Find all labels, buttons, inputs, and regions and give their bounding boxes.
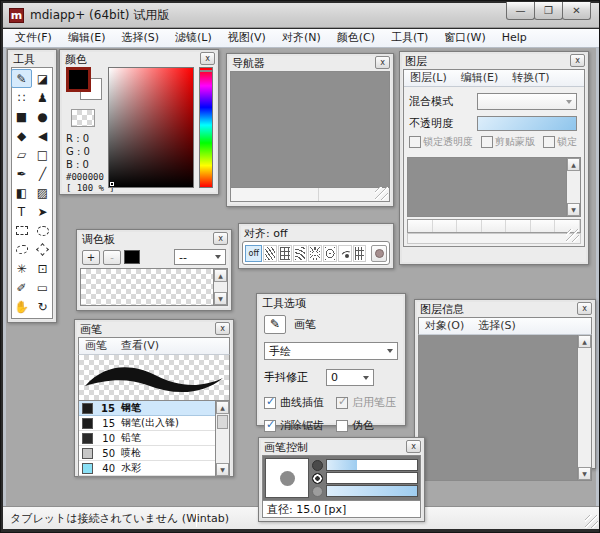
navigator-preview[interactable]	[230, 71, 390, 188]
layer-info-menu-item-2[interactable]: 选择(S)	[478, 319, 516, 333]
menubar-item-4[interactable]: 滤镜(L)	[167, 29, 220, 47]
menubar-item-2[interactable]: 编辑(E)	[60, 29, 114, 47]
text-tool[interactable]: T	[11, 202, 32, 221]
fill-ellipse-tool[interactable]: ●	[32, 107, 53, 126]
scroll-down-icon[interactable]: ▼	[214, 292, 227, 305]
layers-menu-item-3[interactable]: 转换(T)	[512, 71, 549, 85]
selection-pen-tool[interactable]: ⊡	[32, 259, 53, 278]
scroll-down-icon[interactable]: ▼	[578, 467, 591, 480]
select-rect-tool[interactable]	[11, 221, 32, 240]
slider-mode-icon[interactable]	[312, 473, 323, 484]
scroll-up-icon[interactable]: ▲	[567, 158, 580, 171]
curve-tool[interactable]: ✒	[11, 164, 32, 183]
close-button[interactable]: ✕	[562, 2, 591, 20]
layers-menu-item-2[interactable]: 编辑(E)	[461, 71, 499, 85]
menubar-item-5[interactable]: 视图(V)	[220, 29, 274, 47]
polygon-tool[interactable]: ▱	[11, 145, 32, 164]
snap-off-button[interactable]: off	[245, 245, 262, 262]
magic-wand-tool[interactable]: ✳	[11, 259, 32, 278]
brush-item-2[interactable]: 15钢笔(出入锋)	[79, 416, 229, 431]
scroll-up-icon[interactable]: ▲	[214, 269, 227, 282]
rotate-tool[interactable]: ↻	[32, 297, 53, 316]
palette-swatch-area[interactable]: ▲ ▼	[80, 268, 228, 306]
navigator-panel-title[interactable]: 导航器 x	[230, 57, 390, 71]
brush-scrollbar[interactable]: ▲ ▼	[215, 401, 229, 476]
foreground-color-swatch[interactable]	[66, 67, 91, 92]
color-panel-title[interactable]: 颜色 x	[63, 53, 215, 67]
maximize-button[interactable]: ❐	[534, 2, 563, 20]
stabilize-select[interactable]: 0	[326, 369, 374, 386]
palette-remove-button[interactable]: -	[103, 250, 121, 265]
brush-control-panel-close-icon[interactable]: x	[406, 440, 421, 453]
layers-checkbox-2[interactable]: 剪贴蒙版	[481, 135, 535, 149]
palette-scrollbar[interactable]: ▲ ▼	[213, 269, 227, 305]
scroll-up-icon[interactable]: ▲	[578, 335, 591, 348]
rect-tool[interactable]: □	[32, 145, 53, 164]
layers-panel-close-icon[interactable]: x	[570, 54, 585, 67]
palette-current-swatch[interactable]	[124, 250, 140, 264]
fill-rect-tool[interactable]: ■	[11, 107, 32, 126]
fill-polygon-tool[interactable]: ◆	[11, 126, 32, 145]
scroll-down-icon[interactable]: ▼	[567, 203, 580, 216]
brush-item-4[interactable]: 50喷枪	[79, 446, 229, 461]
snap-grid-button[interactable]	[278, 245, 292, 262]
window-resize-grip[interactable]	[585, 515, 598, 528]
line-tool[interactable]: ╱	[32, 164, 53, 183]
layer-info-menu-item-1[interactable]: 对象(O)	[425, 319, 464, 333]
menubar-item-8[interactable]: 工具(T)	[383, 29, 436, 47]
brush-control-slider-3[interactable]	[312, 485, 418, 497]
layers-scrollbar[interactable]: ▲ ▼	[566, 158, 580, 216]
brush-item-1[interactable]: 15钢笔	[79, 401, 229, 416]
menubar-item-3[interactable]: 选择(S)	[113, 29, 167, 47]
brush-panel-title[interactable]: 画笔 x	[78, 323, 230, 337]
layers-panel-title[interactable]: 图层 x	[403, 55, 585, 69]
brush-menu-item-2[interactable]: 查看(V)	[121, 339, 159, 353]
menubar-item-1[interactable]: 文件(F)	[7, 29, 60, 47]
brush-control-panel-title[interactable]: 画笔控制 x	[262, 441, 421, 455]
layer-info-scrollbar[interactable]: ▲ ▼	[577, 335, 591, 480]
layer-action-button-2[interactable]	[433, 220, 458, 232]
pen-tool[interactable]: ✎	[11, 69, 32, 88]
select-ellipse-tool[interactable]	[32, 221, 53, 240]
slider-track[interactable]	[326, 485, 418, 497]
fill-freeform-tool[interactable]: ◀	[32, 126, 53, 145]
layer-action-button-5[interactable]	[506, 220, 531, 232]
brush-control-slider-1[interactable]	[312, 459, 418, 471]
layer-action-button-6[interactable]	[531, 220, 556, 232]
snap-ellipse-button[interactable]	[371, 245, 387, 262]
tools-panel-title[interactable]: 工具	[11, 53, 53, 67]
snap-parallel-lines-button[interactable]	[263, 245, 277, 262]
hue-slider[interactable]	[199, 67, 213, 188]
navigator-resize-grip[interactable]	[375, 187, 388, 200]
scrollbar-thumb[interactable]	[217, 415, 228, 429]
slider-mode-icon[interactable]	[312, 486, 323, 497]
transparent-color-swatch[interactable]	[71, 109, 95, 127]
layers-list[interactable]: ▲ ▼	[407, 157, 581, 217]
slider-track[interactable]	[326, 472, 418, 484]
menubar-item-6[interactable]: 对齐(N)	[274, 29, 329, 47]
layers-resize-grip[interactable]	[566, 229, 579, 242]
brush-control-slider-2[interactable]	[312, 472, 418, 484]
scroll-up-icon[interactable]: ▲	[216, 401, 229, 414]
minimize-button[interactable]: —	[506, 2, 535, 20]
tool-option-checkbox-3[interactable]: 消除锯齿	[264, 418, 336, 433]
tool-option-checkbox-4[interactable]: 伪色	[336, 418, 398, 433]
select-polygon-tool[interactable]	[32, 240, 53, 259]
bucket-tool[interactable]: ◧	[11, 183, 32, 202]
move-tool[interactable]: ➤	[32, 202, 53, 221]
select-lasso-tool[interactable]	[11, 240, 32, 259]
navigator-panel-close-icon[interactable]: x	[375, 56, 390, 69]
brush-menu-item-1[interactable]: 画笔	[85, 339, 107, 353]
gradient-tool[interactable]: ▨	[32, 183, 53, 202]
tool-option-checkbox-2[interactable]: 启用笔压	[336, 395, 398, 410]
snap-radial-lines-button[interactable]	[308, 245, 322, 262]
tool-option-checkbox-1[interactable]: 曲线插值	[264, 395, 336, 410]
opacity-slider[interactable]	[477, 116, 577, 131]
color-panel-close-icon[interactable]: x	[200, 52, 215, 65]
titlebar[interactable]: m mdiapp+ (64bit) 试用版 — ❐ ✕	[3, 3, 599, 28]
snap-perspective-mesh-button[interactable]	[353, 245, 367, 262]
current-tool-button[interactable]: ✎	[264, 315, 286, 334]
palette-panel-title[interactable]: 调色板 x	[80, 233, 228, 247]
layer-info-panel-title[interactable]: 图层信息 x	[418, 303, 592, 317]
hand-tool[interactable]: ✋	[11, 297, 32, 316]
